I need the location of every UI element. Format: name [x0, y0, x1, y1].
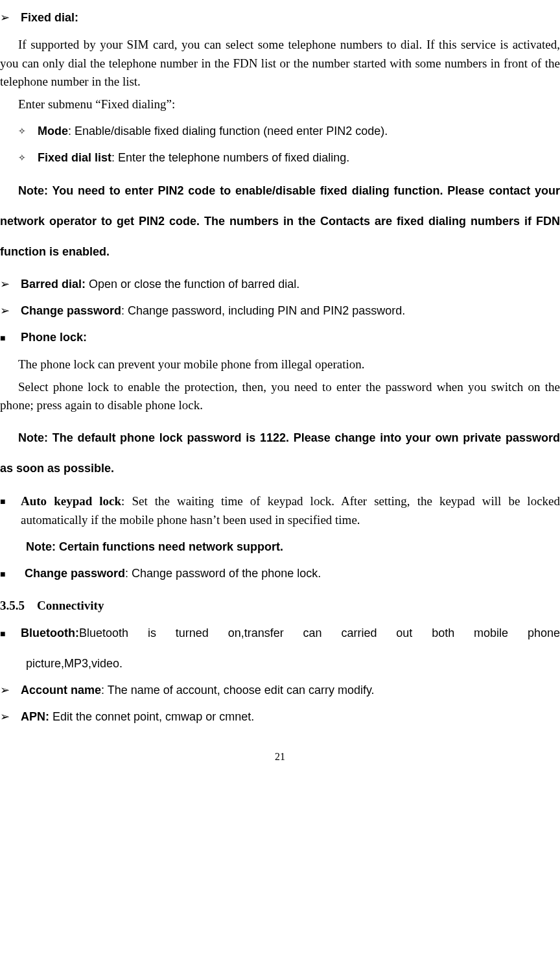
bluetooth-text1: Bluetooth is turned on,transfer can carr… — [79, 626, 560, 639]
fixed-dial-title: Fixed dial: — [21, 9, 78, 27]
fixed-dial-p2-post: : — [172, 97, 175, 111]
fixed-dial-heading: ➢ Fixed dial: — [0, 9, 560, 27]
account-name-item: ➢ Account name: The name of account, cho… — [0, 682, 560, 699]
apn-label: APN: — [21, 710, 49, 723]
change-password-line: Change password: Change password, includ… — [21, 302, 560, 320]
barred-dial-item: ➢ Barred dial: Open or close the functio… — [0, 276, 560, 293]
square-icon: ■ — [0, 495, 12, 508]
change-password-item: ➢ Change password: Change password, incl… — [0, 302, 560, 320]
fixed-dial-list-line: Fixed dial list: Enter the telephone num… — [38, 149, 560, 167]
barred-dial-label: Barred dial: — [21, 278, 86, 291]
section-355-heading: 3.5.5 Connectivity — [0, 597, 560, 615]
bluetooth-item: ■ Bluetooth:Bluetooth is turned on,trans… — [0, 625, 560, 673]
account-name-text: : The name of account, choose edit can c… — [101, 684, 375, 697]
diamond-icon: ✧ — [18, 151, 30, 165]
phone-lock-p2: Select phone lock to enable the protecti… — [0, 378, 560, 415]
diamond-icon: ✧ — [18, 125, 30, 138]
arrow-icon: ➢ — [0, 9, 13, 27]
auto-keypad-note: Note: Certain functions need network sup… — [26, 538, 560, 556]
apn-line: APN: Edit the connet point, cmwap or cmn… — [21, 708, 560, 726]
phone-lock-title: Phone lock: — [21, 329, 87, 346]
bluetooth-label: Bluetooth: — [21, 626, 79, 639]
square-icon: ■ — [0, 331, 12, 345]
auto-keypad-label: Auto keypad lock — [21, 494, 121, 508]
phone-lock-p1: The phone lock can prevent your mobile p… — [0, 355, 560, 374]
page-number: 21 — [0, 749, 560, 765]
change-password2-line: Change password: Change password of the … — [25, 565, 560, 582]
account-name-line: Account name: The name of account, choos… — [21, 682, 560, 699]
barred-dial-text: Open or close the function of barred dia… — [86, 278, 299, 291]
fixed-dial-list-item: ✧ Fixed dial list: Enter the telephone n… — [18, 149, 560, 167]
apn-text: Edit the connet point, cmwap or cmnet. — [49, 710, 254, 723]
fixed-dial-p1: If supported by your SIM card, you can s… — [0, 36, 560, 91]
auto-keypad-item: ■ Auto keypad lock: Set the waiting time… — [0, 492, 560, 529]
change-password2-item: ■ Change password: Change password of th… — [0, 565, 560, 582]
auto-keypad-line: Auto keypad lock: Set the waiting time o… — [21, 492, 560, 529]
fixed-dial-list-text: : Enter the telephone numbers of fixed d… — [111, 151, 349, 164]
phone-lock-note: Note: The default phone lock password is… — [0, 423, 560, 484]
fixed-dial-note: Note: You need to enter PIN2 code to ena… — [0, 176, 560, 267]
change-password2-text: : Change password of the phone lock. — [125, 567, 321, 580]
square-icon: ■ — [0, 627, 12, 641]
barred-dial-line: Barred dial: Open or close the function … — [21, 276, 560, 293]
change-password-label: Change password — [21, 304, 121, 317]
arrow-icon: ➢ — [0, 708, 13, 726]
arrow-icon: ➢ — [0, 276, 13, 293]
apn-item: ➢ APN: Edit the connet point, cmwap or c… — [0, 708, 560, 726]
mode-text: : Enable/disable fixed dialing function … — [68, 125, 388, 137]
arrow-icon: ➢ — [0, 302, 13, 320]
change-password2-label: Change password — [25, 567, 125, 580]
fixed-dial-p2-pre: Enter submenu — [18, 97, 95, 111]
phone-lock-heading: ■ Phone lock: — [0, 329, 560, 346]
bluetooth-line1: Bluetooth:Bluetooth is turned on,transfe… — [21, 625, 560, 642]
mode-label: Mode — [38, 125, 68, 137]
mode-line: Mode: Enable/disable fixed dialing funct… — [38, 123, 560, 140]
fixed-dial-p2-quoted: “Fixed dialing” — [95, 97, 172, 111]
mode-item: ✧ Mode: Enable/disable fixed dialing fun… — [18, 123, 560, 140]
fixed-dial-p2: Enter submenu “Fixed dialing”: — [0, 95, 560, 114]
account-name-label: Account name — [21, 684, 101, 697]
square-icon: ■ — [0, 567, 12, 581]
fixed-dial-list-label: Fixed dial list — [38, 151, 111, 164]
arrow-icon: ➢ — [0, 682, 13, 699]
bluetooth-line2: picture,MP3,video. — [0, 655, 560, 673]
change-password-text: : Change password, including PIN and PIN… — [121, 304, 405, 317]
